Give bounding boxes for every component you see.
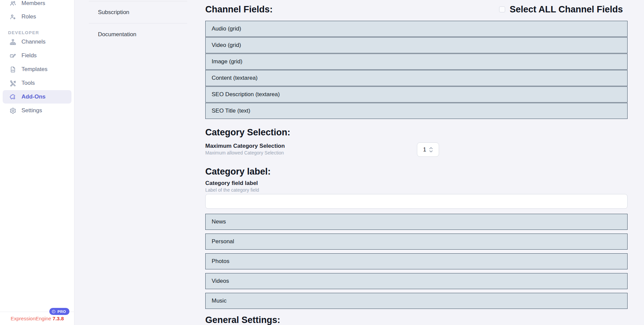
category-label: Videos (212, 278, 229, 284)
channel-field-row[interactable]: SEO Description (textarea) (205, 86, 628, 103)
category-row[interactable]: Music (205, 293, 628, 309)
subnav-item-label: Subscription (98, 9, 129, 16)
channel-fields-list: Audio (grid) Video (grid) Image (grid) C… (205, 21, 628, 119)
sidebar-item-add-ons[interactable]: Add-Ons (3, 90, 71, 104)
subnav-item-documentation[interactable]: Documentation (89, 23, 187, 45)
sidebar-item-label: Tools (21, 80, 35, 86)
channel-field-label: Image (grid) (212, 58, 243, 65)
pro-badge[interactable]: PRO (49, 308, 69, 315)
sidebar-item-label: Channels (21, 39, 46, 45)
select-all-channel-fields[interactable]: Select ALL Channel Fields (499, 4, 628, 15)
channel-fields-heading: Channel Fields: (205, 3, 273, 15)
channels-icon (9, 39, 16, 46)
fields-icon (9, 52, 16, 59)
channel-field-row[interactable]: Video (grid) (205, 37, 628, 53)
select-all-label: Select ALL Channel Fields (509, 4, 623, 15)
sidebar-section-developer: DEVELOPER (8, 30, 74, 35)
channel-field-label: Content (textarea) (212, 75, 258, 81)
addon-subnav: Subscription Documentation (89, 1, 187, 45)
sidebar-item-label: Fields (21, 52, 37, 59)
categories-list: News Personal Photos Videos Music (205, 214, 628, 309)
select-all-checkbox[interactable] (499, 6, 505, 12)
max-category-selection-row: Maximum Category Selection Maximum allow… (205, 142, 628, 157)
channel-fields-header: Channel Fields: Select ALL Channel Field… (205, 0, 628, 19)
channel-field-label: Audio (grid) (212, 25, 241, 32)
sidebar-item-label: Add-Ons (21, 93, 46, 100)
sidebar-nav: Members Roles (0, 0, 74, 23)
sidebar-item-templates[interactable]: Templates (0, 63, 74, 76)
category-field-label: Category field label (205, 180, 628, 187)
category-label: Photos (212, 258, 229, 265)
app-version[interactable]: ExpressionEngine 7.3.8 (0, 316, 74, 321)
gear-icon (9, 107, 16, 114)
subnav-item-subscription[interactable]: Subscription (89, 1, 187, 23)
subnav-item-label: Documentation (98, 31, 136, 38)
sidebar: Members Roles DEVELOPER (0, 0, 74, 325)
max-category-selection-labels: Maximum Category Selection Maximum allow… (205, 142, 285, 156)
category-row[interactable]: Photos (205, 253, 628, 269)
sidebar-item-settings[interactable]: Settings (0, 104, 74, 117)
category-row[interactable]: News (205, 214, 628, 230)
category-label: News (212, 218, 226, 225)
channel-field-label: Video (grid) (212, 42, 241, 49)
category-row[interactable]: Personal (205, 234, 628, 250)
sidebar-item-fields[interactable]: Fields (0, 49, 74, 62)
channel-field-row[interactable]: Content (textarea) (205, 70, 628, 86)
members-icon (9, 0, 16, 7)
sidebar-item-label: Members (21, 0, 45, 7)
roles-icon (9, 13, 16, 20)
category-label-heading: Category label: (205, 166, 628, 178)
sidebar-item-roles[interactable]: Roles (0, 10, 74, 23)
general-settings-heading: General Settings: (205, 314, 628, 325)
channel-field-row[interactable]: Audio (grid) (205, 21, 628, 37)
number-stepper-icon[interactable] (429, 147, 433, 153)
version-number: 7.3.8 (53, 316, 64, 321)
category-label: Personal (212, 238, 234, 245)
max-category-selection-description: Maximum allowed Category Selection (205, 150, 285, 156)
category-label-input[interactable] (205, 194, 628, 209)
pro-alert-icon (52, 310, 56, 314)
sidebar-item-channels[interactable]: Channels (0, 35, 74, 49)
category-selection-heading: Category Selection: (205, 126, 628, 138)
category-label: Music (212, 298, 226, 304)
max-category-selection-input[interactable]: 1 (417, 142, 439, 157)
channel-field-label: SEO Description (textarea) (212, 91, 280, 98)
channel-field-row[interactable]: Image (grid) (205, 54, 628, 70)
puzzle-icon (9, 93, 16, 101)
category-row[interactable]: Videos (205, 273, 628, 289)
sidebar-item-members[interactable]: Members (0, 0, 74, 10)
tools-icon (9, 80, 16, 87)
sidebar-item-label: Templates (21, 66, 47, 73)
channel-field-label: SEO Title (text) (212, 108, 250, 114)
max-category-selection-label: Maximum Category Selection (205, 142, 285, 150)
category-field-description: Label of the category field (205, 187, 628, 193)
sidebar-nav-developer: Channels Fields Templates (0, 35, 74, 117)
brand-name: ExpressionEngine (11, 316, 51, 321)
main-content: Channel Fields: Select ALL Channel Field… (205, 0, 628, 325)
sidebar-item-tools[interactable]: Tools (0, 76, 74, 90)
pro-badge-label: PRO (57, 310, 66, 314)
sidebar-item-label: Settings (21, 107, 42, 114)
max-category-selection-value: 1 (423, 146, 426, 153)
sidebar-item-label: Roles (21, 13, 36, 20)
channel-field-row[interactable]: SEO Title (text) (205, 103, 628, 119)
templates-icon (9, 66, 16, 73)
